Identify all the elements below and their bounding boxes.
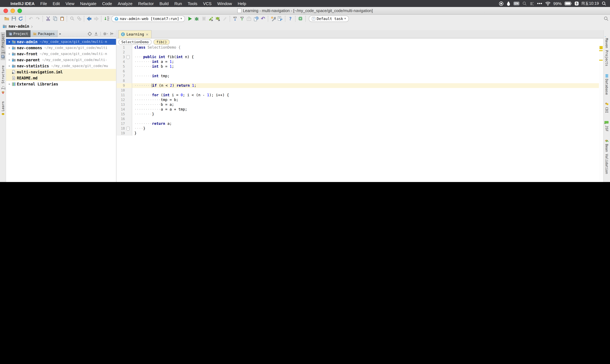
line-number[interactable]: 10 [117, 88, 125, 93]
menu-item-refactor[interactable]: Refactor [135, 1, 157, 6]
line-number[interactable]: 19 [117, 131, 125, 136]
memory-chip-icon[interactable] [297, 15, 304, 22]
navigate-back-icon[interactable] [86, 15, 93, 22]
line-number[interactable]: 1 [117, 45, 125, 50]
line-number[interactable]: 7 [117, 74, 125, 78]
paste-icon[interactable] [58, 15, 65, 22]
wifi-icon[interactable] [545, 1, 550, 6]
rollback-icon[interactable]: ↶ [260, 15, 267, 22]
code-line-8[interactable]: 8 [117, 78, 603, 83]
vcs-commit-icon[interactable]: VCS↑ [239, 15, 246, 22]
more-menu-icon[interactable] [537, 2, 542, 4]
stripe-button-cdi[interactable]: CDI [605, 101, 609, 115]
code-line-text[interactable]: ····public int fib(int n) { [132, 55, 194, 59]
fold-end-icon[interactable]: − [127, 127, 130, 130]
menu-item-help[interactable]: Help [235, 1, 249, 6]
code-line-1[interactable]: 1class SelectionDemo { [117, 45, 603, 50]
code-line-text[interactable]: ············a = a + tmp; [132, 107, 187, 112]
stripe-button-jsf[interactable]: JSFJSF [605, 119, 609, 133]
error-stripe[interactable] [599, 45, 603, 182]
expand-arrow-icon[interactable]: ▶ [6, 40, 12, 43]
tree-item-nav-front[interactable]: ▶nav-front~/my_code_space/git_code/multi… [6, 51, 116, 57]
expand-arrow-icon[interactable]: ▶ [6, 46, 12, 49]
save-all-icon[interactable] [10, 15, 17, 22]
run-icon[interactable] [186, 15, 194, 22]
expand-arrow-icon[interactable]: ▶ [6, 52, 12, 55]
stripe-button-7-structure[interactable]: 7: Structure [1, 64, 5, 96]
menu-item-edit[interactable]: Edit [50, 1, 63, 6]
code-line-9[interactable]: 9········if (n < 2) return 1; [117, 83, 603, 88]
code-line-text[interactable]: ········return a; [132, 121, 172, 126]
code-line-10[interactable]: 10 [117, 88, 603, 93]
code-line-6[interactable]: 6 [117, 69, 603, 74]
panel-settings-gear-icon[interactable] [103, 32, 108, 36]
tab-project[interactable]: Project [6, 30, 31, 37]
input-stack-icon[interactable] [530, 1, 534, 6]
code-line-text[interactable]: ········int tmp; [132, 74, 170, 78]
open-icon[interactable] [3, 15, 10, 22]
menu-item-window[interactable]: Window [214, 1, 235, 6]
stripe-button-learn[interactable]: Learn [1, 100, 5, 118]
expand-arrow-icon[interactable]: ▶ [6, 83, 12, 85]
menu-item-run[interactable]: Run [171, 1, 185, 6]
menu-item-intellij-idea[interactable]: IntelliJ IDEA [8, 1, 38, 6]
code-line-text[interactable]: ········if (n < 2) return 1; [132, 83, 196, 88]
vcs-update-icon[interactable]: VCS↓ [232, 15, 239, 22]
code-line-16[interactable]: 16 [117, 117, 603, 121]
code-line-text[interactable]: ········} [132, 112, 154, 117]
find-icon[interactable] [69, 15, 76, 22]
recent-changes-icon[interactable] [253, 15, 260, 22]
line-number[interactable]: 2 [117, 50, 125, 55]
spotlight-icon[interactable] [602, 1, 606, 6]
line-number[interactable]: 9 [117, 83, 125, 88]
search-everywhere-icon[interactable] [602, 15, 609, 22]
menubar-clock[interactable]: 10:19 [581, 1, 599, 6]
replace-icon[interactable] [76, 15, 83, 22]
line-number[interactable]: 13 [117, 102, 125, 107]
stripe-button-maven-projects[interactable]: mMaven Projects [605, 32, 609, 68]
code-line-14[interactable]: 14············a = a + tmp; [117, 107, 603, 112]
tree-item-readme-md[interactable]: README.md [6, 75, 116, 81]
tab-packages[interactable]: Packages [31, 30, 58, 37]
line-number[interactable]: 3 [117, 55, 125, 59]
warning-mark[interactable] [599, 50, 603, 51]
collapse-all-icon[interactable] [94, 32, 98, 36]
window-titlebar[interactable]: Learning - multi-navigation - [~/my_code… [0, 7, 610, 15]
stripe-button-database[interactable]: Database [605, 72, 609, 96]
run-configuration-select[interactable]: nav-admin-web [tomcat7:run] ▼ [112, 15, 185, 22]
code-line-text[interactable]: } [132, 131, 137, 136]
shelve-icon[interactable] [246, 15, 253, 22]
coverage-icon[interactable] [200, 15, 208, 22]
jrebel-debug-icon[interactable]: JR [214, 15, 221, 22]
qq-icon[interactable] [506, 1, 511, 6]
rocket-disabled-icon[interactable] [221, 15, 228, 22]
tree-item-nav-parent[interactable]: ▶nav-parent~/my_code_space/git_code/mult… [6, 57, 116, 63]
line-number[interactable]: 16 [117, 117, 125, 121]
sogou-ime-badge[interactable]: S [575, 1, 578, 5]
more-tabs-icon[interactable]: ▶ [58, 30, 61, 37]
line-number[interactable]: 4 [117, 59, 125, 64]
warning-mark[interactable] [599, 60, 603, 61]
fold-marker-gutter[interactable]: − [125, 126, 132, 131]
inspection-status-square[interactable] [599, 46, 603, 49]
code-line-2[interactable]: 2 [117, 50, 603, 55]
hide-panel-icon[interactable] [110, 32, 114, 36]
line-number[interactable]: 17 [117, 121, 125, 126]
line-number[interactable]: 8 [117, 78, 125, 83]
fold-marker-gutter[interactable]: − [125, 55, 132, 59]
menu-item-view[interactable]: View [63, 1, 77, 6]
code-line-5[interactable]: 5········int b = 1; [117, 64, 603, 69]
menu-item-vcs[interactable]: VCS [200, 1, 214, 6]
menu-item-tools[interactable]: Tools [185, 1, 200, 6]
copy-icon[interactable] [52, 15, 58, 22]
expand-arrow-icon[interactable]: ▶ [6, 58, 12, 61]
code-line-text[interactable]: class SelectionDemo { [132, 45, 181, 50]
breadcrumb[interactable]: nav-admin [9, 24, 29, 29]
code-line-17[interactable]: 17········return a; [117, 121, 603, 126]
code-line-text[interactable]: ········int b = 1; [132, 64, 174, 69]
tree-item-nav-admin[interactable]: ▶nav-admin~/my_code_space/git_code/multi… [6, 39, 116, 45]
menu-item-navigate[interactable]: Navigate [77, 1, 99, 6]
tree-item-nav-statistics[interactable]: ▶nav-statistics~/my_code_space/git_code/… [6, 63, 116, 69]
breadcrumb-chip-selectiondemo[interactable]: SelectionDemo [118, 39, 152, 45]
breadcrumb-chip-fib-[interactable]: fib() [154, 39, 170, 45]
